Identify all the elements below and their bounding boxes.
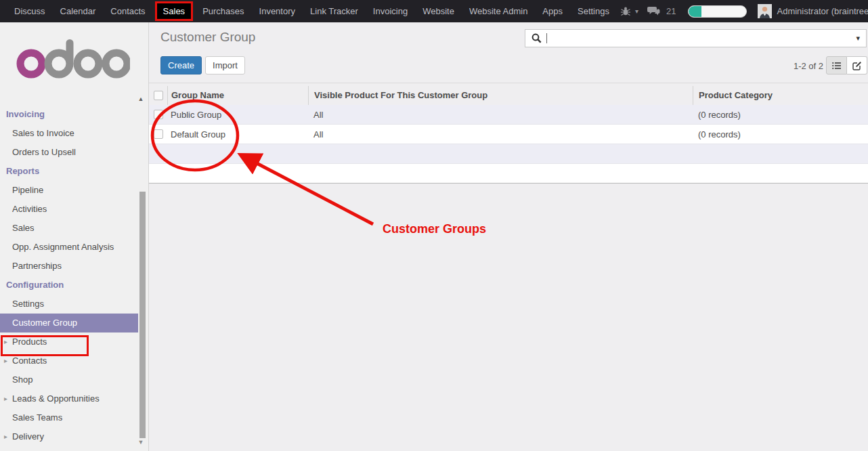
search-dropdown-caret-icon[interactable]: ▾ xyxy=(850,34,860,43)
list-view-button[interactable] xyxy=(826,56,847,74)
usage-progress-pill[interactable] xyxy=(688,5,747,18)
table-empty-row xyxy=(149,144,868,164)
table-header-row: Group Name Visible Product For This Cust… xyxy=(149,86,868,105)
odoo-logo xyxy=(16,39,130,81)
select-all-checkbox-cell xyxy=(149,86,167,105)
top-nav-bar: Discuss Calendar Contacts Sales Purchase… xyxy=(0,0,868,22)
sidebar-item-delivery[interactable]: ▸ Delivery xyxy=(0,427,138,446)
cell-group-name: Public Group xyxy=(167,110,308,120)
cell-visible-product: All xyxy=(308,129,693,139)
nav-item-discuss[interactable]: Discuss xyxy=(7,0,53,22)
cell-group-name: Default Group xyxy=(167,129,308,139)
pager-label: 1-2 of 2 xyxy=(794,61,823,71)
column-header-group-name[interactable]: Group Name xyxy=(167,86,308,105)
main-content: Customer Group ▾ Create Import 1-2 of 2 xyxy=(149,22,868,451)
sidebar-item-orders-to-upsell[interactable]: Orders to Upsell xyxy=(0,143,138,162)
text-cursor xyxy=(546,33,547,43)
cell-product-category: (0 records) xyxy=(693,129,868,139)
debug-bug-icon[interactable] xyxy=(620,6,631,16)
sidebar-section-configuration[interactable]: Configuration xyxy=(0,276,138,295)
user-menu[interactable]: Administrator (braintree) xyxy=(777,6,868,16)
expand-caret-icon: ▸ xyxy=(4,427,7,446)
select-all-checkbox[interactable] xyxy=(154,91,163,100)
sidebar-menu: Invoicing Sales to Invoice Orders to Ups… xyxy=(0,105,138,446)
sidebar-scrollbar-thumb[interactable] xyxy=(139,192,146,438)
row-checkbox[interactable] xyxy=(154,110,163,119)
sidebar-item-activities[interactable]: Activities xyxy=(0,200,138,219)
user-avatar[interactable] xyxy=(758,4,772,18)
nav-item-website[interactable]: Website xyxy=(415,0,462,22)
expand-caret-icon: ▸ xyxy=(4,389,7,408)
sidebar-section-reports[interactable]: Reports xyxy=(0,162,138,181)
import-button[interactable]: Import xyxy=(205,56,245,74)
table-empty-row xyxy=(149,164,868,183)
nav-item-calendar[interactable]: Calendar xyxy=(53,0,104,22)
sidebar-item-customer-group[interactable]: Customer Group xyxy=(0,314,138,332)
nav-item-link-tracker[interactable]: Link Tracker xyxy=(303,0,366,22)
expand-caret-icon: ▸ xyxy=(4,351,7,370)
sidebar-item-settings[interactable]: Settings xyxy=(0,295,138,314)
sidebar-item-shop[interactable]: Shop xyxy=(0,370,138,389)
nav-item-apps[interactable]: Apps xyxy=(535,0,570,22)
sidebar-item-partnerships[interactable]: Partnerships xyxy=(0,257,138,276)
page-title: Customer Group xyxy=(160,30,255,45)
nav-item-website-admin[interactable]: Website Admin xyxy=(462,0,535,22)
search-bar[interactable]: ▾ xyxy=(525,29,867,47)
create-button[interactable]: Create xyxy=(160,56,202,74)
action-buttons: Create Import xyxy=(160,56,245,74)
sidebar-item-label: Products xyxy=(12,337,47,347)
sidebar-item-label: Delivery xyxy=(12,431,44,442)
sidebar-scroll-up-icon[interactable]: ▲ xyxy=(136,95,146,102)
nav-item-purchases[interactable]: Purchases xyxy=(195,0,251,22)
topbar-right-group: ▾ 21 Administrator (braintree) ▾ xyxy=(617,4,868,18)
cell-product-category: (0 records) xyxy=(693,110,868,120)
sidebar-scroll-down-icon[interactable]: ▼ xyxy=(136,439,146,446)
nav-item-settings[interactable]: Settings xyxy=(570,0,617,22)
sidebar-item-label: Leads & Opportunities xyxy=(12,393,100,404)
form-view-button[interactable] xyxy=(847,56,867,74)
nav-item-inventory[interactable]: Inventory xyxy=(252,0,303,22)
nav-item-invoicing[interactable]: Invoicing xyxy=(366,0,415,22)
sidebar-item-contacts[interactable]: ▸ Contacts xyxy=(0,351,138,370)
sidebar-item-sales-teams[interactable]: Sales Teams xyxy=(0,408,138,427)
sidebar-item-products[interactable]: ▸ Products xyxy=(0,332,138,351)
cell-visible-product: All xyxy=(308,110,693,120)
nav-item-sales-highlighted[interactable]: Sales xyxy=(155,1,194,21)
nav-item-contacts[interactable]: Contacts xyxy=(103,0,152,22)
message-count-badge: 21 xyxy=(666,6,676,16)
sidebar-section-invoicing[interactable]: Invoicing xyxy=(0,105,138,124)
sidebar-item-pipeline[interactable]: Pipeline xyxy=(0,181,138,200)
control-panel: Customer Group ▾ Create Import 1-2 of 2 xyxy=(149,22,868,83)
sidebar: ▲ Invoicing Sales to Invoice Orders to U… xyxy=(0,22,149,451)
view-switcher xyxy=(826,56,867,74)
sidebar-item-leads-opportunities[interactable]: ▸ Leads & Opportunities xyxy=(0,389,138,408)
debug-dropdown-caret-icon[interactable]: ▾ xyxy=(635,7,638,15)
sidebar-item-sales[interactable]: Sales xyxy=(0,219,138,238)
usage-progress-fill xyxy=(689,6,701,17)
customer-group-table: Group Name Visible Product For This Cust… xyxy=(149,86,868,184)
sidebar-item-sales-to-invoice[interactable]: Sales to Invoice xyxy=(0,124,138,143)
table-row-public-group[interactable]: Public Group All (0 records) xyxy=(149,105,868,125)
table-row-default-group[interactable]: Default Group All (0 records) xyxy=(149,125,868,144)
sidebar-item-opp-assignment-analysis[interactable]: Opp. Assignment Analysis xyxy=(0,238,138,257)
column-header-visible-product[interactable]: Visible Product For This Customer Group xyxy=(308,86,693,105)
row-checkbox[interactable] xyxy=(154,129,163,139)
search-icon[interactable] xyxy=(531,33,542,43)
expand-caret-icon: ▸ xyxy=(4,332,7,351)
sidebar-item-label: Contacts xyxy=(12,356,47,366)
messages-chat-icon[interactable] xyxy=(647,6,660,16)
column-header-product-category[interactable]: Product Category xyxy=(693,86,868,105)
